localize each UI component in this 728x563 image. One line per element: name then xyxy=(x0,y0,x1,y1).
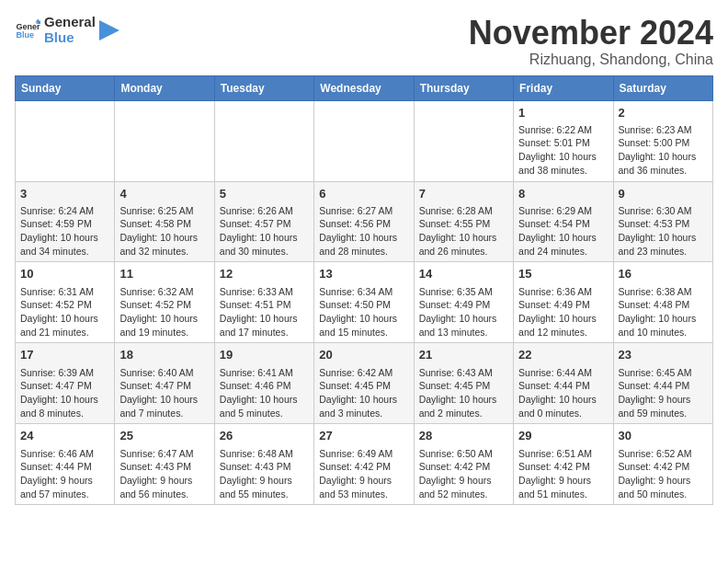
logo: General Blue General Blue xyxy=(15,15,119,45)
svg-text:Blue: Blue xyxy=(16,30,34,40)
svg-text:General: General xyxy=(16,21,40,30)
cell-content: Sunset: 4:47 PM xyxy=(119,379,209,393)
header-day-tuesday: Tuesday xyxy=(214,75,313,100)
calendar-cell: 15Sunrise: 6:36 AMSunset: 4:49 PMDayligh… xyxy=(514,262,613,343)
cell-content: and 28 minutes. xyxy=(319,245,408,259)
cell-content: Sunset: 4:48 PM xyxy=(619,298,708,312)
cell-content: Sunset: 4:44 PM xyxy=(619,379,708,393)
svg-marker-4 xyxy=(99,20,119,40)
cell-content: Daylight: 10 hours xyxy=(419,312,508,326)
cell-content: Sunrise: 6:47 AM xyxy=(119,447,209,461)
cell-content: Daylight: 9 hours xyxy=(619,393,708,407)
cell-content: Sunrise: 6:45 AM xyxy=(619,366,708,380)
cell-content: Sunrise: 6:33 AM xyxy=(220,285,309,299)
calendar-cell: 21Sunrise: 6:43 AMSunset: 4:45 PMDayligh… xyxy=(414,343,513,424)
cell-content: Daylight: 10 hours xyxy=(619,231,708,245)
cell-content: Daylight: 9 hours xyxy=(119,474,209,488)
calendar-cell: 4Sunrise: 6:25 AMSunset: 4:58 PMDaylight… xyxy=(115,181,214,262)
calendar-week-4: 17Sunrise: 6:39 AMSunset: 4:47 PMDayligh… xyxy=(16,343,713,424)
calendar-cell: 8Sunrise: 6:29 AMSunset: 4:54 PMDaylight… xyxy=(514,181,613,262)
cell-content: Sunset: 4:47 PM xyxy=(20,379,109,393)
calendar-cell: 1Sunrise: 6:22 AMSunset: 5:01 PMDaylight… xyxy=(514,100,613,181)
cell-content: and 56 minutes. xyxy=(119,488,209,501)
calendar-cell: 20Sunrise: 6:42 AMSunset: 4:45 PMDayligh… xyxy=(314,343,414,424)
calendar-cell: 19Sunrise: 6:41 AMSunset: 4:46 PMDayligh… xyxy=(214,343,313,424)
day-number: 13 xyxy=(319,266,408,282)
cell-content: Sunset: 4:53 PM xyxy=(619,217,708,231)
cell-content: Sunrise: 6:26 AM xyxy=(220,204,309,218)
cell-content: Sunrise: 6:49 AM xyxy=(319,447,408,461)
cell-content: Sunset: 4:54 PM xyxy=(518,217,608,231)
cell-content: Sunrise: 6:36 AM xyxy=(518,285,608,299)
location-subtitle: Rizhuang, Shandong, China xyxy=(469,52,713,68)
cell-content: Daylight: 10 hours xyxy=(220,393,309,407)
cell-content: Daylight: 10 hours xyxy=(20,312,109,326)
calendar-week-3: 10Sunrise: 6:31 AMSunset: 4:52 PMDayligh… xyxy=(16,262,713,343)
calendar-cell: 5Sunrise: 6:26 AMSunset: 4:57 PMDaylight… xyxy=(214,181,313,262)
day-number: 12 xyxy=(220,266,309,282)
cell-content: Sunrise: 6:30 AM xyxy=(619,204,708,218)
cell-content: Sunset: 4:57 PM xyxy=(220,217,309,231)
day-number: 9 xyxy=(619,186,708,202)
cell-content: Sunrise: 6:43 AM xyxy=(419,366,508,380)
cell-content: Sunset: 4:44 PM xyxy=(20,460,109,474)
cell-content: Sunrise: 6:38 AM xyxy=(619,285,708,299)
day-number: 6 xyxy=(319,186,408,202)
calendar-cell: 26Sunrise: 6:48 AMSunset: 4:43 PMDayligh… xyxy=(214,424,313,505)
calendar-week-5: 24Sunrise: 6:46 AMSunset: 4:44 PMDayligh… xyxy=(16,424,713,505)
day-number: 8 xyxy=(518,186,608,202)
cell-content: Sunset: 4:42 PM xyxy=(518,460,608,474)
day-number: 16 xyxy=(619,266,708,282)
day-number: 2 xyxy=(619,105,708,121)
cell-content: Daylight: 10 hours xyxy=(319,393,408,407)
cell-content: Sunrise: 6:25 AM xyxy=(119,204,209,218)
calendar-cell: 25Sunrise: 6:47 AMSunset: 4:43 PMDayligh… xyxy=(115,424,214,505)
day-number: 11 xyxy=(119,266,209,282)
calendar-body: 1Sunrise: 6:22 AMSunset: 5:01 PMDaylight… xyxy=(16,100,713,505)
calendar-week-2: 3Sunrise: 6:24 AMSunset: 4:59 PMDaylight… xyxy=(16,181,713,262)
cell-content: Daylight: 9 hours xyxy=(20,474,109,488)
cell-content: Daylight: 10 hours xyxy=(119,393,209,407)
cell-content: and 12 minutes. xyxy=(518,326,608,339)
cell-content: Sunrise: 6:46 AM xyxy=(20,447,109,461)
day-number: 14 xyxy=(419,266,508,282)
cell-content: Sunrise: 6:50 AM xyxy=(419,447,508,461)
header-day-saturday: Saturday xyxy=(613,75,712,100)
cell-content: and 59 minutes. xyxy=(619,407,708,420)
cell-content: Sunset: 4:50 PM xyxy=(319,298,408,312)
cell-content: Daylight: 10 hours xyxy=(220,231,309,245)
calendar-cell: 6Sunrise: 6:27 AMSunset: 4:56 PMDaylight… xyxy=(314,181,414,262)
header-row: SundayMondayTuesdayWednesdayThursdayFrid… xyxy=(16,75,713,100)
cell-content: Sunrise: 6:23 AM xyxy=(619,123,708,137)
cell-content: and 26 minutes. xyxy=(419,245,508,259)
cell-content: and 50 minutes. xyxy=(619,488,708,501)
cell-content: and 36 minutes. xyxy=(619,164,708,178)
cell-content: and 55 minutes. xyxy=(220,488,309,501)
cell-content: Daylight: 10 hours xyxy=(119,231,209,245)
calendar-cell: 10Sunrise: 6:31 AMSunset: 4:52 PMDayligh… xyxy=(16,262,115,343)
cell-content: Sunset: 4:42 PM xyxy=(419,460,508,474)
cell-content: Daylight: 10 hours xyxy=(220,312,309,326)
calendar-week-1: 1Sunrise: 6:22 AMSunset: 5:01 PMDaylight… xyxy=(16,100,713,181)
day-number: 10 xyxy=(20,266,109,282)
cell-content: Daylight: 9 hours xyxy=(518,474,608,488)
cell-content: Sunset: 4:51 PM xyxy=(220,298,309,312)
header-day-friday: Friday xyxy=(514,75,613,100)
day-number: 15 xyxy=(518,266,608,282)
cell-content: Sunrise: 6:32 AM xyxy=(119,285,209,299)
calendar-table: SundayMondayTuesdayWednesdayThursdayFrid… xyxy=(15,75,713,506)
calendar-cell xyxy=(214,100,313,181)
month-title: November 2024 xyxy=(469,15,713,52)
cell-content: Daylight: 10 hours xyxy=(419,393,508,407)
calendar-cell: 3Sunrise: 6:24 AMSunset: 4:59 PMDaylight… xyxy=(16,181,115,262)
cell-content: Daylight: 9 hours xyxy=(319,474,408,488)
calendar-cell: 16Sunrise: 6:38 AMSunset: 4:48 PMDayligh… xyxy=(613,262,712,343)
day-number: 21 xyxy=(419,347,508,363)
cell-content: Sunrise: 6:41 AM xyxy=(220,366,309,380)
header-day-sunday: Sunday xyxy=(16,75,115,100)
day-number: 17 xyxy=(20,347,109,363)
cell-content: and 17 minutes. xyxy=(220,326,309,339)
calendar-cell xyxy=(115,100,214,181)
cell-content: and 23 minutes. xyxy=(619,245,708,259)
day-number: 7 xyxy=(419,186,508,202)
